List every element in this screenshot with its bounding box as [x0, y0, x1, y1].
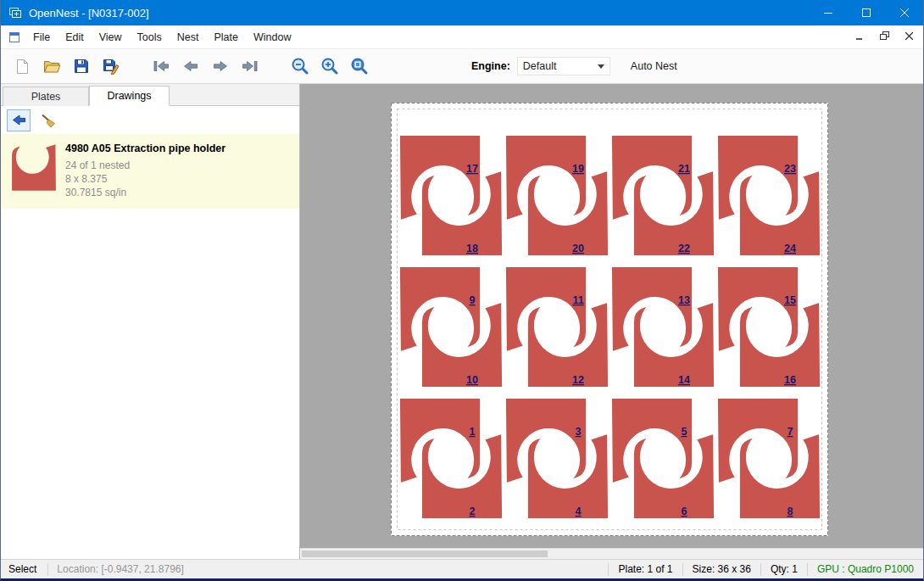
scrollbar-thumb[interactable] [302, 550, 548, 557]
part-number-label: 12 [572, 374, 584, 386]
previous-icon [181, 59, 200, 74]
quantity-status: Qty: 1 [761, 563, 807, 575]
mdi-restore-icon [880, 31, 889, 41]
close-icon [900, 8, 909, 17]
new-button[interactable] [9, 53, 35, 80]
zoom-fit-icon [349, 57, 370, 76]
menu-plate[interactable]: Plate [206, 27, 246, 47]
part-number-label: 10 [466, 374, 478, 386]
part-number-label: 20 [572, 243, 584, 254]
minimize-button[interactable] [809, 0, 847, 25]
new-file-icon [14, 59, 30, 75]
previous-plate-button[interactable] [178, 53, 203, 80]
first-plate-button[interactable] [148, 53, 174, 80]
main-toolbar: Engine: Default Auto Nest [1, 49, 923, 84]
drawing-nested-count: 24 of 1 nested [65, 159, 225, 172]
mdi-close-button[interactable] [898, 27, 920, 45]
title-bar: OpenNest - [N0317-002] [1, 0, 923, 25]
menu-window[interactable]: Window [246, 27, 298, 47]
zoom-fit-button[interactable] [347, 53, 372, 80]
menu-edit[interactable]: Edit [58, 27, 92, 47]
open-button[interactable] [39, 53, 64, 80]
clean-button[interactable] [36, 109, 60, 131]
part-number-label: 11 [572, 294, 583, 306]
first-icon [152, 59, 170, 74]
drawing-info: 4980 A05 Extraction pipe holder 24 of 1 … [65, 142, 225, 199]
document-icon[interactable] [8, 31, 21, 44]
menu-bar: File Edit View Tools Nest Plate Window [1, 25, 923, 49]
part-number-label: 14 [678, 374, 690, 386]
mdi-window-controls [849, 27, 920, 45]
maximize-icon [862, 8, 871, 17]
save-edit-icon [103, 59, 120, 75]
main-area: Plates Drawings [1, 84, 923, 559]
window-title: OpenNest - [N0317-002] [29, 7, 149, 20]
mode-status: Select [1, 563, 47, 575]
status-bar: Select Location: [-0.9437, 21.8796] Plat… [1, 559, 923, 578]
drawings-toolbar [1, 106, 299, 134]
part-number-label: 8 [788, 506, 793, 517]
last-plate-button[interactable] [237, 53, 263, 80]
plate-size-status: Size: 36 x 36 [683, 563, 760, 575]
part-number-label: 22 [678, 243, 690, 254]
minimize-icon [824, 8, 832, 17]
save-icon [74, 59, 89, 74]
part-number-label: 9 [470, 294, 476, 306]
part-number-label: 23 [784, 163, 796, 175]
part-number-label: 18 [466, 243, 478, 254]
part-number-label: 3 [576, 426, 582, 438]
engine-dropdown[interactable]: Default [517, 57, 610, 75]
part-number-label: 21 [678, 163, 690, 175]
nest-canvas[interactable]: 171819202122232491011121314151612345678 [300, 84, 923, 559]
part-number-label: 7 [788, 426, 793, 438]
part-thumbnail [11, 143, 57, 199]
import-drawing-button[interactable] [7, 109, 31, 131]
location-status: Location: [-0.9437, 21.8796] [48, 563, 192, 575]
next-plate-button[interactable] [208, 53, 233, 80]
tab-plates[interactable]: Plates [3, 87, 89, 106]
sidebar-tabstrip: Plates Drawings [1, 84, 299, 106]
gpu-status: GPU : Quadro P1000 [808, 563, 923, 575]
save-as-button[interactable] [98, 53, 124, 80]
menu-view[interactable]: View [92, 27, 130, 47]
drawing-title: 4980 A05 Extraction pipe holder [65, 142, 225, 154]
part-number-label: 2 [470, 506, 476, 517]
part-number-label: 16 [784, 374, 796, 386]
menu-tools[interactable]: Tools [130, 27, 170, 47]
save-button[interactable] [69, 53, 94, 80]
plate-count-status: Plate: 1 of 1 [609, 563, 682, 575]
menu-nest[interactable]: Nest [170, 27, 207, 47]
plate[interactable]: 171819202122232491011121314151612345678 [391, 103, 828, 536]
broom-icon [40, 113, 57, 128]
engine-label: Engine: [471, 60, 510, 72]
mdi-minimize-icon [855, 32, 864, 41]
open-folder-icon [43, 59, 61, 74]
blue-arrow-left-icon [11, 113, 27, 127]
sidebar: Plates Drawings [1, 84, 300, 559]
drawing-dimensions: 8 x 8.375 [65, 172, 225, 186]
chevron-down-icon [598, 64, 604, 69]
part-number-label: 17 [466, 163, 478, 175]
drawing-list-item[interactable]: 4980 A05 Extraction pipe holder 24 of 1 … [1, 134, 299, 209]
last-icon [241, 59, 259, 74]
engine-value: Default [523, 60, 557, 72]
horizontal-scrollbar[interactable] [300, 548, 923, 559]
maximize-button[interactable] [847, 0, 885, 25]
part-number-label: 19 [572, 163, 584, 175]
menu-file[interactable]: File [25, 27, 58, 47]
close-button[interactable] [885, 0, 923, 25]
part-number-label: 6 [682, 506, 687, 517]
app-icon [8, 6, 22, 20]
zoom-out-button[interactable] [287, 53, 313, 80]
part-number-label: 1 [470, 426, 476, 438]
zoom-in-button[interactable] [317, 53, 342, 80]
auto-nest-button[interactable]: Auto Nest [631, 60, 677, 72]
zoom-out-icon [290, 57, 310, 76]
mdi-minimize-button[interactable] [849, 27, 871, 45]
tab-drawings[interactable]: Drawings [89, 86, 170, 106]
part-number-label: 24 [784, 243, 796, 254]
part-number-label: 13 [678, 294, 690, 306]
app-window: OpenNest - [N0317-002] File Edit View To… [0, 0, 924, 581]
mdi-close-icon [905, 32, 913, 40]
mdi-restore-button[interactable] [873, 27, 895, 45]
